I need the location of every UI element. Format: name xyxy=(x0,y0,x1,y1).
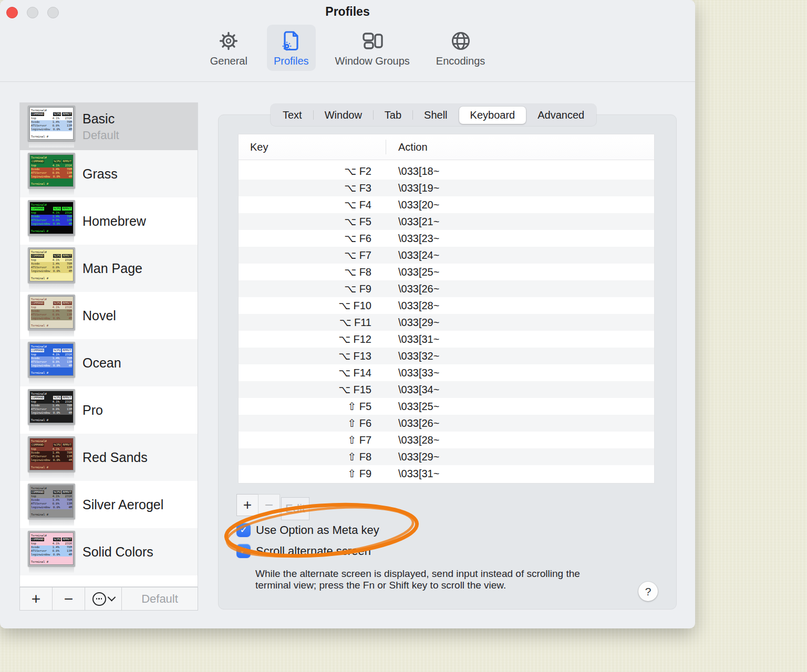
profile-thumbnail: Terminal# COMMAND%CPURPRVT top4.1%231KXc… xyxy=(27,342,76,384)
profile-name: Man Page xyxy=(82,261,142,276)
thumbnail-reflection xyxy=(29,520,74,526)
action-cell: \033[26~ xyxy=(386,417,439,429)
action-cell: \033[33~ xyxy=(386,367,439,379)
thumb-rows: top4.1%231KXcode1.4%78MATSServer0.0%13Ml… xyxy=(31,306,72,320)
key-cell: ⇧ F9 xyxy=(239,467,386,480)
table-row[interactable]: ⌥ F12 \033[31~ xyxy=(239,331,654,348)
thumb-row: loginwindow0.0%4M xyxy=(31,506,72,509)
thumb-row: ATSServer0.0%13M xyxy=(31,124,72,128)
action-cell: \033[25~ xyxy=(386,266,439,278)
profile-actions-menu-button[interactable] xyxy=(85,587,122,610)
action-cell: \033[31~ xyxy=(386,468,439,480)
table-row[interactable]: ⌥ F13 \033[32~ xyxy=(239,348,654,364)
thumbnail-reflection xyxy=(29,142,74,148)
profile-name: Solid Colors xyxy=(82,544,153,560)
add-key-button[interactable]: + xyxy=(236,494,258,516)
profile-label: Ocean xyxy=(82,355,121,371)
profile-list-item[interactable]: Terminal# COMMAND%CPURPRVT top4.1%231KXc… xyxy=(20,481,198,528)
preferences-window: Profiles General xyxy=(0,0,695,628)
table-row[interactable]: ⌥ F14 \033[33~ xyxy=(239,364,654,381)
thumb-rows: top4.1%231KXcode1.4%78MATSServer0.0%13Ml… xyxy=(31,164,72,178)
profile-list-item[interactable]: Terminal# COMMAND%CPURPRVT top4.1%231KXc… xyxy=(20,528,198,575)
table-row[interactable]: ⇧ F9 \033[31~ xyxy=(239,465,654,482)
table-row[interactable]: ⌥ F11 \033[29~ xyxy=(239,314,654,331)
table-row[interactable]: ⌥ F2 \033[18~ xyxy=(239,163,654,180)
toolbar-item-label: Window Groups xyxy=(335,55,410,67)
toolbar-item-general[interactable]: General xyxy=(203,25,254,71)
thumb-header: COMMAND%CPURPRVT xyxy=(31,301,72,305)
table-row[interactable]: ⇧ F8 \033[29~ xyxy=(239,448,654,465)
thumb-rows: top4.1%231KXcode1.4%78MATSServer0.0%13Ml… xyxy=(31,542,72,556)
table-row[interactable]: ⌥ F5 \033[21~ xyxy=(239,213,654,230)
toolbar-item-label: General xyxy=(210,55,247,67)
thumb-row: Xcode1.4%78M xyxy=(31,356,72,360)
toolbar-item-label: Profiles xyxy=(274,55,309,67)
key-cell: ⌥ F13 xyxy=(239,350,386,362)
remove-key-button[interactable]: − xyxy=(258,494,280,516)
profile-list-item[interactable]: Terminal# COMMAND%CPURPRVT top4.1%231KXc… xyxy=(20,197,198,245)
remove-profile-button[interactable]: − xyxy=(53,587,85,610)
edit-key-button[interactable]: Edit xyxy=(281,497,309,520)
profile-name: Grass xyxy=(82,166,118,182)
use-option-as-meta-checkbox[interactable]: ✓ xyxy=(236,523,251,537)
profile-list-item[interactable]: Terminal# COMMAND%CPURPRVT top4.1%231KXc… xyxy=(20,103,198,150)
action-cell: \033[34~ xyxy=(386,384,439,396)
profile-list-item[interactable]: Terminal# COMMAND%CPURPRVT top4.1%231KXc… xyxy=(20,339,198,386)
tab-tab[interactable]: Tab xyxy=(374,107,412,124)
table-row[interactable]: ⌥ F9 \033[26~ xyxy=(239,280,654,297)
key-cell: ⌥ F8 xyxy=(239,266,386,278)
table-row[interactable]: ⇧ F5 \033[25~ xyxy=(239,398,654,415)
tab-keyboard[interactable]: Keyboard xyxy=(459,107,526,124)
toolbar-item-encodings[interactable]: Encodings xyxy=(429,25,492,71)
default-button[interactable]: Default xyxy=(122,587,198,610)
profile-thumbnail: Terminal# COMMAND%CPURPRVT top4.1%231KXc… xyxy=(27,106,76,148)
action-cell: \033[26~ xyxy=(386,283,439,295)
thumb-title: Terminal# xyxy=(31,250,72,254)
profile-label: Novel xyxy=(82,308,116,323)
key-cell: ⌥ F12 xyxy=(239,333,386,345)
tab-advanced[interactable]: Advanced xyxy=(526,107,595,124)
table-row[interactable]: ⌥ F15 \033[34~ xyxy=(239,381,654,398)
profile-list-item[interactable]: Terminal# COMMAND%CPURPRVT top4.1%231KXc… xyxy=(20,386,198,434)
tab-shell[interactable]: Shell xyxy=(413,107,458,124)
table-row[interactable]: ⌥ F8 \033[25~ xyxy=(239,264,654,280)
thumb-row: Xcode1.4%78M xyxy=(31,120,72,124)
thumbnail-reflection xyxy=(29,425,74,431)
column-divider[interactable] xyxy=(386,140,386,154)
profile-list-item[interactable]: Terminal# COMMAND%CPURPRVT top4.1%231KXc… xyxy=(20,150,198,197)
add-profile-button[interactable]: + xyxy=(20,587,53,610)
key-cell: ⇧ F6 xyxy=(239,417,386,429)
profile-label: Red Sands xyxy=(82,450,148,465)
table-row[interactable]: ⇧ F7 \033[28~ xyxy=(239,432,654,448)
thumb-row: Xcode1.4%78M xyxy=(31,404,72,407)
table-row[interactable]: ⌥ F6 \033[23~ xyxy=(239,230,654,247)
scroll-alternate-screen-checkbox[interactable]: ✓ xyxy=(236,544,251,558)
toolbar-item-window-groups[interactable]: Window Groups xyxy=(328,25,417,71)
table-row[interactable]: ⌥ F10 \033[28~ xyxy=(239,297,654,314)
tab-window[interactable]: Window xyxy=(314,107,373,124)
table-row[interactable]: ⌥ F4 \033[20~ xyxy=(239,196,654,213)
table-row[interactable]: ⇧ F6 \033[26~ xyxy=(239,415,654,432)
thumb-row: loginwindow0.0%4M xyxy=(31,317,72,320)
profile-list-item[interactable]: Terminal# COMMAND%CPURPRVT top4.1%231KXc… xyxy=(20,434,198,481)
tab-text[interactable]: Text xyxy=(272,107,313,124)
thumb-row: ATSServer0.0%13M xyxy=(31,549,72,553)
action-cell: \033[21~ xyxy=(386,216,439,228)
key-cell: ⌥ F2 xyxy=(239,165,386,177)
thumb-row: loginwindow0.0%4M xyxy=(31,458,72,462)
help-button[interactable]: ? xyxy=(638,582,658,601)
table-row[interactable]: ⌥ F3 \033[19~ xyxy=(239,180,654,196)
profile-document-icon xyxy=(279,27,303,55)
profile-list-item[interactable]: Terminal# COMMAND%CPURPRVT top4.1%231KXc… xyxy=(20,292,198,339)
thumb-prompt: Terminal # xyxy=(31,324,72,328)
thumb-row: top4.1%231K xyxy=(31,164,72,167)
profile-name: Silver Aerogel xyxy=(82,497,163,512)
toolbar-item-profiles[interactable]: Profiles xyxy=(267,25,316,71)
thumb-row: loginwindow0.0%4M xyxy=(31,222,72,226)
key-cell: ⇧ F8 xyxy=(239,450,386,463)
profile-list-item[interactable]: Terminal# COMMAND%CPURPRVT top4.1%231KXc… xyxy=(20,245,198,292)
table-row[interactable]: ⌥ F7 \033[24~ xyxy=(239,247,654,264)
key-cell: ⇧ F5 xyxy=(239,400,386,413)
profile-thumbnail: Terminal# COMMAND%CPURPRVT top4.1%231KXc… xyxy=(27,389,76,431)
profile-name: Homebrew xyxy=(82,214,146,229)
